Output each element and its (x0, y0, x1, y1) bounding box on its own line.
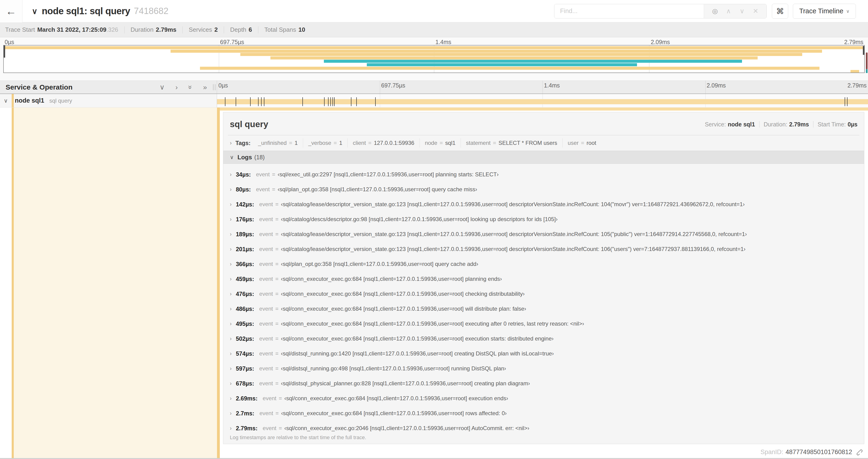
detail-right-column: sql query Service: node sql1 Duration: 2… (217, 107, 868, 459)
detail-meta: Service: node sql1 Duration: 2.79ms Star… (705, 121, 858, 128)
log-entry[interactable]: › 80µs: event = ‹sql/plan_opt.go:358 [ns… (223, 182, 864, 197)
view-select-button[interactable]: Trace Timeline ∨ (793, 4, 856, 19)
log-entry[interactable]: › 2.69ms: event = ‹sql/conn_executor_exe… (223, 391, 864, 406)
span-duration-bar[interactable] (217, 99, 868, 104)
collapse-trace-icon[interactable]: ∨ (32, 6, 37, 16)
log-field-value: ‹sql/conn_executor_exec.go:684 [nsql1,cl… (281, 335, 554, 342)
log-field-key: event (259, 305, 273, 312)
chevron-right-icon: › (230, 410, 232, 417)
log-field-key: event (259, 201, 273, 207)
log-entry[interactable]: › 574µs: event = ‹sql/distsql_running.go… (223, 346, 864, 361)
service-label: Service: (705, 121, 726, 128)
minimap-span-bar (200, 67, 819, 70)
detail-left-column (0, 107, 217, 459)
log-entry[interactable]: › 176µs: event = ‹sql/catalog/descs/desc… (223, 212, 864, 227)
tag-pill[interactable]: _verbose=1 (303, 138, 348, 147)
service-operation-title: Service & Operation (6, 83, 72, 91)
find-input[interactable] (554, 4, 704, 18)
log-entry[interactable]: › 189µs: event = ‹sql/catalog/lease/desc… (223, 227, 864, 242)
log-entry[interactable]: › 34µs: event = ‹sql/exec_util.go:2297 [… (223, 167, 864, 182)
column-resize-grip[interactable] (213, 84, 215, 90)
chevron-right-icon: › (230, 231, 232, 237)
scrollbar-thumb[interactable] (866, 53, 868, 69)
log-timestamp: 80µs: (236, 186, 251, 193)
log-entry[interactable]: › 502µs: event = ‹sql/conn_executor_exec… (223, 331, 864, 346)
time-tick-label: 697.75µs (220, 39, 244, 45)
time-tick-label: 697.75µs (381, 82, 405, 89)
minimap-span-bar (367, 63, 637, 66)
child-span-bar (220, 107, 868, 110)
tag-pill[interactable]: _unfinished=1 (253, 138, 303, 147)
log-marker-tick (261, 97, 261, 106)
chevron-right-icon: › (230, 395, 232, 402)
ruler-gridline (380, 81, 380, 94)
log-marker-tick (351, 97, 351, 106)
clear-find-icon[interactable]: ✕ (749, 7, 762, 15)
log-field-value: ‹sql/plan_opt.go:358 [nsql1,client=127.0… (281, 261, 478, 267)
log-timestamp: 574µs: (236, 350, 254, 357)
log-entry[interactable]: › 597µs: event = ‹sql/distsql_running.go… (223, 361, 864, 376)
tag-pill[interactable]: statement=SELECT * FROM users (461, 138, 563, 147)
trace-meta-bar: Trace StartMarch 31 2022, 17:25:09.326 D… (0, 22, 868, 37)
time-tick-label: 2.09ms (707, 82, 726, 89)
log-timestamp: 2.7ms: (236, 410, 254, 417)
jaeger-trace-view: ← ∨ node sql1: sql query 7418682 ◎ ∧ ∨ ✕… (0, 0, 868, 459)
span-row[interactable]: ∨ node sql1 sql query (0, 94, 868, 107)
tag-pill[interactable]: user=root (563, 138, 601, 147)
log-field-key: event (259, 335, 273, 342)
logs-header[interactable]: ∨ Logs (18) (223, 151, 864, 164)
log-field-key: event (256, 171, 270, 178)
span-row-label[interactable]: ∨ node sql1 sql query (0, 94, 217, 107)
log-entry[interactable]: › 2.7ms: event = ‹sql/conn_executor_exec… (223, 406, 864, 421)
log-timestamp: 34µs: (236, 171, 251, 178)
expand-all-icon[interactable]: » (203, 83, 207, 91)
log-entry[interactable]: › 476µs: event = ‹sql/conn_executor_exec… (223, 286, 864, 301)
minimap-right-drag-handle[interactable] (863, 46, 864, 55)
span-operation-name: sql query (50, 97, 72, 104)
tags-row[interactable]: › Tags: _unfinished=1 _verbose=1 client=… (223, 135, 864, 151)
log-timestamp: 495µs: (236, 321, 254, 327)
deep-link-icon[interactable] (856, 448, 863, 456)
prev-match-icon[interactable]: ∧ (722, 7, 735, 15)
log-timestamp: 189µs: (236, 231, 254, 238)
log-timestamp: 2.69ms: (236, 395, 257, 402)
timeline-ruler: 0µs697.75µs1.4ms2.09ms2.79ms (217, 81, 868, 94)
collapse-one-icon[interactable]: ∨ (160, 83, 165, 91)
log-field-value: ‹sql/plan_opt.go:358 [nsql1,client=127.0… (278, 186, 477, 193)
minimap-left-drag-handle[interactable] (4, 45, 5, 58)
tag-pill[interactable]: node=sql1 (420, 138, 461, 147)
focus-match-icon[interactable]: ◎ (708, 7, 722, 15)
log-field-value: ‹sql/catalog/lease/descriptor_version_st… (281, 201, 745, 207)
expand-one-icon[interactable]: › (176, 83, 178, 91)
tag-pill[interactable]: client=127.0.0.1:59936 (348, 138, 420, 147)
log-entry[interactable]: › 366µs: event = ‹sql/plan_opt.go:358 [n… (223, 257, 864, 271)
detail-operation-title: sql query (230, 120, 268, 129)
log-entry[interactable]: › 142µs: event = ‹sql/catalog/lease/desc… (223, 197, 864, 212)
minimap-canvas[interactable] (3, 45, 865, 73)
log-entry[interactable]: › 678µs: event = ‹sql/distsql_physical_p… (223, 376, 864, 391)
log-field-value: ‹sql/conn_executor_exec.go:684 [nsql1,cl… (281, 410, 507, 417)
log-entry[interactable]: › 201µs: event = ‹sql/catalog/lease/desc… (223, 242, 864, 257)
log-entry[interactable]: › 2.79ms: event = ‹sql/conn_executor_exe… (223, 421, 864, 433)
span-collapse-icon[interactable]: ∨ (4, 97, 8, 104)
log-field-key: event (259, 350, 273, 357)
service-value: node sql1 (728, 121, 755, 128)
service-operation-header: Service & Operation ∨ › » » (0, 81, 217, 94)
log-field-value: ‹sql/conn_executor_exec.go:684 [nsql1,cl… (281, 291, 525, 297)
page-title: node sql1: sql query (42, 6, 130, 16)
trace-id: 7418682 (134, 6, 168, 16)
time-tick-label: 0µs (5, 39, 14, 45)
time-tick-label: 2.79ms (844, 39, 863, 45)
logs-count: (18) (254, 154, 265, 161)
span-row-timeline[interactable] (217, 94, 868, 107)
log-field-key: event (259, 246, 273, 252)
log-entry[interactable]: › 495µs: event = ‹sql/conn_executor_exec… (223, 316, 864, 331)
log-entry[interactable]: › 486µs: event = ‹sql/conn_executor_exec… (223, 301, 864, 316)
keyboard-shortcuts-button[interactable]: ⌘ (772, 4, 788, 19)
chevron-down-icon: ∨ (230, 154, 234, 160)
next-match-icon[interactable]: ∨ (735, 7, 749, 15)
back-button[interactable]: ← (0, 0, 22, 22)
collapse-all-icon[interactable]: » (186, 85, 194, 89)
log-entry[interactable]: › 459µs: event = ‹sql/conn_executor_exec… (223, 271, 864, 286)
log-field-key: event (256, 186, 270, 193)
